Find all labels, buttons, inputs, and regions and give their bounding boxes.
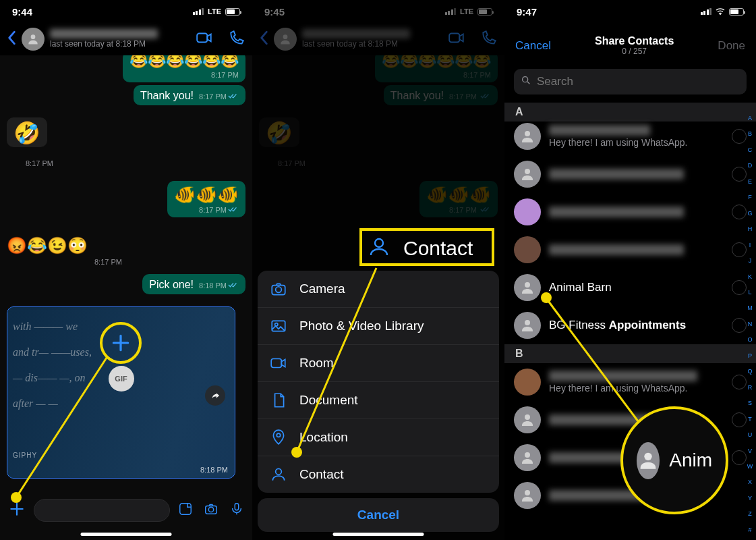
index-letter[interactable]: R (745, 384, 755, 391)
read-ticks-icon (228, 92, 239, 99)
video-call-button[interactable] (196, 29, 213, 49)
mic-button[interactable] (229, 502, 244, 519)
input-bar (0, 495, 252, 525)
select-radio[interactable] (732, 205, 747, 219)
chat-body: 😂😂😂😂😂😂 8:17 PM Thank you! 8:17 PM 🤣 8:17… (0, 55, 252, 540)
sheet-room[interactable]: Room (258, 344, 499, 381)
gif-chip: GIF (109, 366, 134, 392)
select-radio[interactable] (732, 450, 747, 465)
avatar (514, 236, 541, 263)
index-letter[interactable]: # (745, 526, 755, 533)
message-outgoing: Pick one! 8:18 PM (142, 274, 245, 294)
gif-message[interactable]: with ——— we and tr— ——uses, — dis—— —, o… (7, 306, 235, 479)
sheet-cancel-button[interactable]: Cancel (258, 498, 499, 532)
select-radio[interactable] (732, 412, 747, 427)
index-letter[interactable]: A (745, 115, 755, 122)
sheet-document[interactable]: Document (258, 381, 499, 418)
document-icon (270, 392, 287, 409)
index-letter[interactable]: Y (745, 495, 755, 502)
svg-point-17 (525, 131, 530, 136)
contact-row[interactable]: Hey there! I am using WhatsApp. (504, 117, 756, 155)
avatar (514, 312, 541, 339)
contacts-search[interactable] (514, 69, 747, 94)
index-letter[interactable]: Q (745, 368, 755, 375)
sheet-label: Room (299, 356, 334, 371)
index-letter[interactable]: L (745, 289, 755, 296)
index-letter[interactable]: V (745, 448, 755, 454)
sheet-location[interactable]: Location (258, 418, 499, 456)
index-letter[interactable]: W (745, 463, 755, 470)
attach-action-sheet: Camera Photo & Video Library Room Docume… (258, 271, 499, 532)
avatar (514, 406, 541, 433)
message-outgoing: 🐠🐠🐠 8:17 PM (167, 181, 245, 217)
svg-point-9 (276, 287, 282, 293)
contact-row-bg-fitness[interactable]: BG Fitness Appointments (504, 306, 756, 344)
contact-row[interactable] (504, 155, 756, 193)
sheet-label: Camera (299, 281, 345, 296)
index-letter[interactable]: C (745, 146, 755, 153)
emoji-content: 🐠🐠🐠 (174, 186, 239, 203)
location-icon (270, 429, 287, 446)
search-input[interactable] (537, 75, 740, 88)
contact-row[interactable]: Hey there! I am using WhatsApp. (504, 363, 756, 401)
sheet-contact[interactable]: Contact (258, 456, 499, 493)
message-input[interactable] (34, 499, 170, 522)
index-letter[interactable]: J (745, 257, 755, 264)
alphabet-index[interactable]: ABCDEFGHIJKLMNOPQRSTUVWXYZ# (745, 115, 755, 533)
callout-contact-content: Contact (367, 235, 473, 262)
contact-info[interactable]: last seen today at 8:18 PM (50, 29, 190, 49)
index-letter[interactable]: S (745, 400, 755, 406)
index-letter[interactable]: P (745, 352, 755, 359)
sheet-camera[interactable]: Camera (258, 271, 499, 307)
contact-row[interactable] (504, 193, 756, 231)
forward-button[interactable] (205, 385, 225, 406)
svg-rect-5 (235, 504, 239, 510)
contact-avatar[interactable] (22, 28, 45, 51)
select-radio[interactable] (732, 280, 747, 295)
select-radio[interactable] (732, 375, 747, 389)
giphy-label: GIPHY (13, 452, 37, 459)
index-letter[interactable]: D (745, 162, 755, 169)
index-letter[interactable]: I (745, 242, 755, 248)
back-button[interactable] (7, 30, 16, 48)
camera-button[interactable] (204, 502, 219, 519)
message-outgoing: 😂😂😂😂😂😂 8:17 PM (123, 55, 245, 82)
panel-attach-sheet: 9:45 LTE last seen today at 8:18 PM (252, 0, 504, 540)
done-button[interactable]: Done (718, 39, 745, 53)
index-letter[interactable]: H (745, 225, 755, 232)
index-letter[interactable]: B (745, 130, 755, 137)
index-letter[interactable]: Z (745, 510, 755, 517)
sticker-button[interactable] (178, 502, 193, 519)
index-letter[interactable]: M (745, 304, 755, 311)
select-radio[interactable] (732, 129, 747, 144)
index-letter[interactable]: G (745, 210, 755, 217)
avatar (514, 274, 541, 301)
index-letter[interactable]: F (745, 194, 755, 200)
message-time: 8:17 PM (199, 92, 227, 101)
sheet-label: Contact (299, 467, 343, 482)
cancel-button[interactable]: Cancel (515, 39, 551, 53)
contact-row[interactable] (504, 231, 756, 269)
contact-row-animal-barn[interactable]: Animal Barn (504, 269, 756, 306)
sheet-photo-library[interactable]: Photo & Video Library (258, 307, 499, 344)
select-radio[interactable] (732, 318, 747, 333)
home-indicator (81, 533, 172, 536)
index-letter[interactable]: T (745, 416, 755, 423)
room-icon (270, 354, 287, 372)
index-letter[interactable]: O (745, 336, 755, 343)
select-radio[interactable] (732, 242, 747, 257)
voice-call-button[interactable] (228, 29, 245, 49)
photo-icon (270, 317, 287, 335)
index-letter[interactable]: U (745, 431, 755, 438)
index-letter[interactable]: E (745, 178, 755, 185)
index-letter[interactable]: N (745, 321, 755, 327)
index-letter[interactable]: K (745, 273, 755, 280)
attach-plus-button[interactable] (8, 500, 26, 520)
avatar (637, 442, 660, 479)
wifi-icon (716, 8, 725, 15)
status-time: 9:44 (12, 6, 193, 18)
select-radio[interactable] (732, 167, 747, 182)
contact-name-redacted (549, 244, 684, 255)
index-letter[interactable]: X (745, 479, 755, 485)
status-bar: 9:44 LTE (0, 0, 252, 23)
